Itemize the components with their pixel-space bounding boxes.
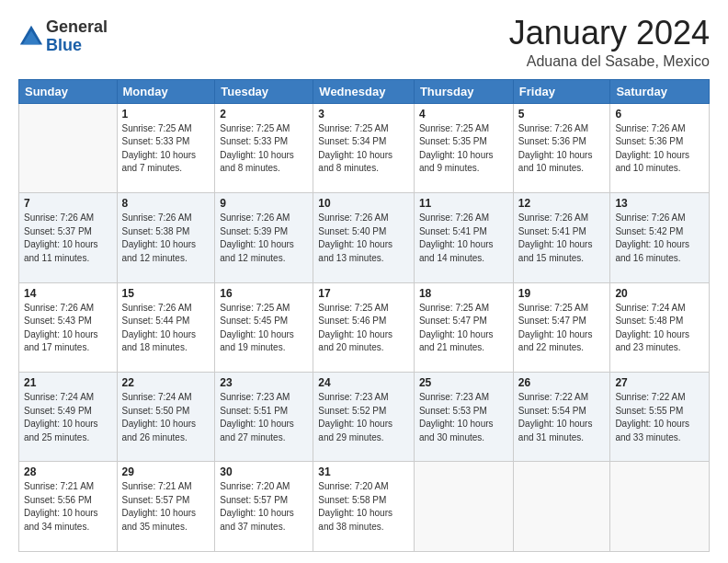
calendar-cell: 14Sunrise: 7:26 AMSunset: 5:43 PMDayligh… <box>19 282 118 372</box>
header-tuesday: Tuesday <box>215 79 313 103</box>
calendar-cell: 4Sunrise: 7:25 AMSunset: 5:35 PMDaylight… <box>414 103 513 192</box>
day-info: Sunrise: 7:20 AMSunset: 5:58 PMDaylight:… <box>318 480 409 534</box>
day-info: Sunrise: 7:26 AMSunset: 5:41 PMDaylight:… <box>518 212 606 265</box>
calendar-cell: 27Sunrise: 7:22 AMSunset: 5:55 PMDayligh… <box>610 373 710 462</box>
calendar-week-row: 28Sunrise: 7:21 AMSunset: 5:56 PMDayligh… <box>19 462 710 552</box>
day-info: Sunrise: 7:26 AMSunset: 5:42 PMDaylight:… <box>615 212 704 265</box>
header-thursday: Thursday <box>414 79 513 103</box>
calendar-cell: 7Sunrise: 7:26 AMSunset: 5:37 PMDaylight… <box>19 193 118 282</box>
calendar-cell: 22Sunrise: 7:24 AMSunset: 5:50 PMDayligh… <box>117 373 215 462</box>
calendar-table: Sunday Monday Tuesday Wednesday Thursday… <box>18 79 710 552</box>
day-number: 6 <box>615 108 704 121</box>
day-info: Sunrise: 7:26 AMSunset: 5:40 PMDaylight:… <box>318 212 409 265</box>
calendar-cell: 18Sunrise: 7:25 AMSunset: 5:47 PMDayligh… <box>414 282 513 372</box>
header-friday: Friday <box>513 79 610 103</box>
calendar-cell: 17Sunrise: 7:25 AMSunset: 5:46 PMDayligh… <box>313 282 415 372</box>
calendar-cell <box>414 462 513 552</box>
day-info: Sunrise: 7:23 AMSunset: 5:53 PMDaylight:… <box>419 391 508 444</box>
header-wednesday: Wednesday <box>313 79 415 103</box>
calendar-cell: 1Sunrise: 7:25 AMSunset: 5:33 PMDaylight… <box>117 103 215 192</box>
day-number: 17 <box>318 287 409 300</box>
logo-text: General Blue <box>46 18 108 55</box>
calendar-cell: 3Sunrise: 7:25 AMSunset: 5:34 PMDaylight… <box>313 103 415 192</box>
day-info: Sunrise: 7:25 AMSunset: 5:35 PMDaylight:… <box>419 122 508 176</box>
calendar-cell: 16Sunrise: 7:25 AMSunset: 5:45 PMDayligh… <box>215 282 313 372</box>
month-title: January 2024 <box>509 15 710 52</box>
day-number: 19 <box>518 287 606 300</box>
calendar-cell: 10Sunrise: 7:26 AMSunset: 5:40 PMDayligh… <box>313 193 415 282</box>
day-number: 13 <box>615 197 704 210</box>
day-info: Sunrise: 7:26 AMSunset: 5:36 PMDaylight:… <box>615 122 704 176</box>
location-title: Aduana del Sasabe, Mexico <box>509 53 710 70</box>
calendar-cell: 29Sunrise: 7:21 AMSunset: 5:57 PMDayligh… <box>117 462 215 552</box>
day-number: 15 <box>122 287 210 300</box>
day-number: 23 <box>220 376 308 389</box>
day-number: 11 <box>419 197 508 210</box>
logo-general-label: General <box>46 18 108 37</box>
day-info: Sunrise: 7:25 AMSunset: 5:33 PMDaylight:… <box>220 122 308 176</box>
calendar-week-row: 1Sunrise: 7:25 AMSunset: 5:33 PMDaylight… <box>19 103 710 192</box>
calendar-cell <box>610 462 710 552</box>
day-info: Sunrise: 7:25 AMSunset: 5:47 PMDaylight:… <box>419 302 508 355</box>
calendar-body: 1Sunrise: 7:25 AMSunset: 5:33 PMDaylight… <box>19 103 710 551</box>
calendar-cell: 12Sunrise: 7:26 AMSunset: 5:41 PMDayligh… <box>513 193 610 282</box>
day-info: Sunrise: 7:24 AMSunset: 5:50 PMDaylight:… <box>122 391 210 444</box>
day-number: 24 <box>318 376 409 389</box>
calendar-cell: 19Sunrise: 7:25 AMSunset: 5:47 PMDayligh… <box>513 282 610 372</box>
day-info: Sunrise: 7:26 AMSunset: 5:43 PMDaylight:… <box>24 302 112 355</box>
calendar-cell: 5Sunrise: 7:26 AMSunset: 5:36 PMDaylight… <box>513 103 610 192</box>
day-info: Sunrise: 7:26 AMSunset: 5:36 PMDaylight:… <box>518 122 606 176</box>
day-number: 22 <box>122 376 210 389</box>
day-info: Sunrise: 7:24 AMSunset: 5:48 PMDaylight:… <box>615 302 704 355</box>
day-info: Sunrise: 7:26 AMSunset: 5:38 PMDaylight:… <box>122 212 210 265</box>
day-info: Sunrise: 7:26 AMSunset: 5:41 PMDaylight:… <box>419 212 508 265</box>
calendar-cell: 13Sunrise: 7:26 AMSunset: 5:42 PMDayligh… <box>610 193 710 282</box>
logo-blue-label: Blue <box>46 37 108 55</box>
calendar-cell: 20Sunrise: 7:24 AMSunset: 5:48 PMDayligh… <box>610 282 710 372</box>
day-number: 18 <box>419 287 508 300</box>
calendar-cell: 23Sunrise: 7:23 AMSunset: 5:51 PMDayligh… <box>215 373 313 462</box>
calendar-cell: 24Sunrise: 7:23 AMSunset: 5:52 PMDayligh… <box>313 373 415 462</box>
calendar-week-row: 21Sunrise: 7:24 AMSunset: 5:49 PMDayligh… <box>19 373 710 462</box>
day-number: 26 <box>518 376 606 389</box>
day-number: 14 <box>24 287 112 300</box>
day-info: Sunrise: 7:23 AMSunset: 5:52 PMDaylight:… <box>318 391 409 444</box>
header-monday: Monday <box>117 79 215 103</box>
header-saturday: Saturday <box>610 79 710 103</box>
day-info: Sunrise: 7:24 AMSunset: 5:49 PMDaylight:… <box>24 391 112 444</box>
calendar-cell: 21Sunrise: 7:24 AMSunset: 5:49 PMDayligh… <box>19 373 118 462</box>
title-block: January 2024 Aduana del Sasabe, Mexico <box>509 15 710 70</box>
calendar-cell: 15Sunrise: 7:26 AMSunset: 5:44 PMDayligh… <box>117 282 215 372</box>
day-info: Sunrise: 7:26 AMSunset: 5:37 PMDaylight:… <box>24 212 112 265</box>
day-info: Sunrise: 7:25 AMSunset: 5:45 PMDaylight:… <box>220 302 308 355</box>
day-number: 30 <box>220 465 308 478</box>
day-info: Sunrise: 7:25 AMSunset: 5:33 PMDaylight:… <box>122 122 210 176</box>
day-number: 8 <box>122 197 210 210</box>
calendar-cell: 9Sunrise: 7:26 AMSunset: 5:39 PMDaylight… <box>215 193 313 282</box>
day-number: 12 <box>518 197 606 210</box>
day-number: 16 <box>220 287 308 300</box>
day-info: Sunrise: 7:22 AMSunset: 5:54 PMDaylight:… <box>518 391 606 444</box>
day-number: 28 <box>24 465 112 478</box>
day-info: Sunrise: 7:21 AMSunset: 5:56 PMDaylight:… <box>24 480 112 534</box>
calendar-cell: 25Sunrise: 7:23 AMSunset: 5:53 PMDayligh… <box>414 373 513 462</box>
calendar-week-row: 14Sunrise: 7:26 AMSunset: 5:43 PMDayligh… <box>19 282 710 372</box>
calendar-cell: 2Sunrise: 7:25 AMSunset: 5:33 PMDaylight… <box>215 103 313 192</box>
calendar-cell: 8Sunrise: 7:26 AMSunset: 5:38 PMDaylight… <box>117 193 215 282</box>
calendar-cell: 28Sunrise: 7:21 AMSunset: 5:56 PMDayligh… <box>19 462 118 552</box>
header-sunday: Sunday <box>19 79 118 103</box>
day-number: 31 <box>318 465 409 478</box>
day-number: 27 <box>615 376 704 389</box>
day-number: 20 <box>615 287 704 300</box>
calendar-cell <box>513 462 610 552</box>
calendar-week-row: 7Sunrise: 7:26 AMSunset: 5:37 PMDaylight… <box>19 193 710 282</box>
logo: General Blue <box>18 18 108 55</box>
day-info: Sunrise: 7:23 AMSunset: 5:51 PMDaylight:… <box>220 391 308 444</box>
calendar-cell: 26Sunrise: 7:22 AMSunset: 5:54 PMDayligh… <box>513 373 610 462</box>
day-number: 7 <box>24 197 112 210</box>
logo-icon <box>18 24 44 50</box>
page: General Blue January 2024 Aduana del Sas… <box>0 0 728 563</box>
day-info: Sunrise: 7:22 AMSunset: 5:55 PMDaylight:… <box>615 391 704 444</box>
day-number: 25 <box>419 376 508 389</box>
day-info: Sunrise: 7:25 AMSunset: 5:34 PMDaylight:… <box>318 122 409 176</box>
